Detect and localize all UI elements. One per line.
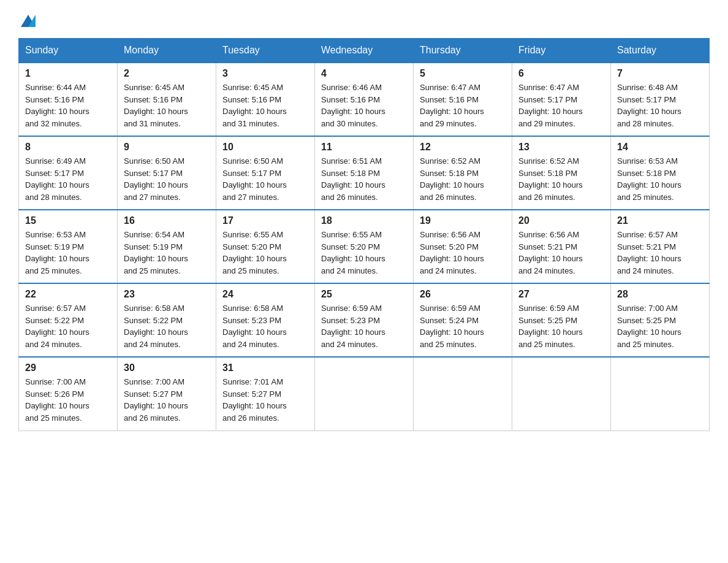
day-info: Sunrise: 6:53 AMSunset: 5:18 PMDaylight:… bbox=[617, 156, 681, 202]
weekday-header-monday: Monday bbox=[118, 39, 216, 63]
day-number: 3 bbox=[222, 68, 308, 79]
calendar-day-cell: 25 Sunrise: 6:59 AMSunset: 5:23 PMDaylig… bbox=[315, 283, 414, 357]
calendar-day-cell: 22 Sunrise: 6:57 AMSunset: 5:22 PMDaylig… bbox=[19, 283, 118, 357]
day-number: 12 bbox=[420, 142, 506, 153]
day-number: 31 bbox=[222, 362, 308, 373]
day-info: Sunrise: 6:51 AMSunset: 5:18 PMDaylight:… bbox=[321, 156, 385, 202]
day-info: Sunrise: 7:00 AMSunset: 5:26 PMDaylight:… bbox=[25, 377, 89, 423]
calendar-week-row: 22 Sunrise: 6:57 AMSunset: 5:22 PMDaylig… bbox=[19, 283, 710, 357]
weekday-header-tuesday: Tuesday bbox=[216, 39, 315, 63]
day-info: Sunrise: 7:00 AMSunset: 5:27 PMDaylight:… bbox=[124, 377, 188, 423]
day-info: Sunrise: 6:52 AMSunset: 5:18 PMDaylight:… bbox=[420, 156, 484, 202]
day-number: 21 bbox=[617, 215, 703, 226]
weekday-header-sunday: Sunday bbox=[19, 39, 118, 63]
calendar-week-row: 8 Sunrise: 6:49 AMSunset: 5:17 PMDayligh… bbox=[19, 136, 710, 210]
calendar-day-cell: 17 Sunrise: 6:55 AMSunset: 5:20 PMDaylig… bbox=[216, 210, 315, 283]
day-info: Sunrise: 6:55 AMSunset: 5:20 PMDaylight:… bbox=[321, 230, 385, 275]
day-info: Sunrise: 6:44 AMSunset: 5:16 PMDaylight:… bbox=[25, 83, 89, 128]
calendar-day-cell: 8 Sunrise: 6:49 AMSunset: 5:17 PMDayligh… bbox=[19, 136, 118, 210]
day-number: 10 bbox=[222, 142, 308, 153]
day-number: 7 bbox=[617, 68, 703, 79]
day-number: 16 bbox=[124, 215, 210, 226]
day-info: Sunrise: 6:56 AMSunset: 5:21 PMDaylight:… bbox=[518, 230, 583, 275]
calendar-day-cell bbox=[414, 357, 512, 431]
calendar-day-cell: 9 Sunrise: 6:50 AMSunset: 5:17 PMDayligh… bbox=[118, 136, 216, 210]
day-info: Sunrise: 6:59 AMSunset: 5:24 PMDaylight:… bbox=[420, 304, 484, 349]
day-number: 9 bbox=[124, 142, 210, 153]
calendar-day-cell: 4 Sunrise: 6:46 AMSunset: 5:16 PMDayligh… bbox=[315, 63, 414, 136]
weekday-header-friday: Friday bbox=[512, 39, 611, 63]
day-info: Sunrise: 6:46 AMSunset: 5:16 PMDaylight:… bbox=[321, 83, 385, 128]
calendar-day-cell: 19 Sunrise: 6:56 AMSunset: 5:20 PMDaylig… bbox=[414, 210, 512, 283]
day-number: 17 bbox=[222, 215, 308, 226]
weekday-header-wednesday: Wednesday bbox=[315, 39, 414, 63]
calendar-day-cell: 30 Sunrise: 7:00 AMSunset: 5:27 PMDaylig… bbox=[118, 357, 216, 431]
day-info: Sunrise: 6:57 AMSunset: 5:22 PMDaylight:… bbox=[25, 304, 89, 349]
calendar-day-cell: 5 Sunrise: 6:47 AMSunset: 5:16 PMDayligh… bbox=[414, 63, 512, 136]
day-number: 4 bbox=[321, 68, 407, 79]
day-number: 18 bbox=[321, 215, 407, 226]
calendar-day-cell: 21 Sunrise: 6:57 AMSunset: 5:21 PMDaylig… bbox=[611, 210, 710, 283]
day-number: 28 bbox=[617, 289, 703, 300]
day-number: 11 bbox=[321, 142, 407, 153]
day-number: 2 bbox=[124, 68, 210, 79]
day-number: 24 bbox=[222, 289, 308, 300]
day-info: Sunrise: 6:54 AMSunset: 5:19 PMDaylight:… bbox=[124, 230, 188, 275]
day-number: 20 bbox=[518, 215, 604, 226]
day-number: 30 bbox=[124, 362, 210, 373]
day-number: 25 bbox=[321, 289, 407, 300]
calendar-day-cell: 28 Sunrise: 7:00 AMSunset: 5:25 PMDaylig… bbox=[611, 283, 710, 357]
day-info: Sunrise: 6:45 AMSunset: 5:16 PMDaylight:… bbox=[222, 83, 287, 128]
weekday-header-thursday: Thursday bbox=[414, 39, 512, 63]
calendar-day-cell: 16 Sunrise: 6:54 AMSunset: 5:19 PMDaylig… bbox=[118, 210, 216, 283]
day-info: Sunrise: 6:45 AMSunset: 5:16 PMDaylight:… bbox=[124, 83, 188, 128]
day-info: Sunrise: 6:53 AMSunset: 5:19 PMDaylight:… bbox=[25, 230, 89, 275]
day-info: Sunrise: 6:49 AMSunset: 5:17 PMDaylight:… bbox=[25, 156, 89, 202]
day-info: Sunrise: 6:52 AMSunset: 5:18 PMDaylight:… bbox=[518, 156, 583, 202]
logo bbox=[18, 12, 37, 27]
calendar-day-cell: 2 Sunrise: 6:45 AMSunset: 5:16 PMDayligh… bbox=[118, 63, 216, 136]
day-number: 1 bbox=[25, 68, 111, 79]
calendar-day-cell: 15 Sunrise: 6:53 AMSunset: 5:19 PMDaylig… bbox=[19, 210, 118, 283]
calendar-day-cell: 12 Sunrise: 6:52 AMSunset: 5:18 PMDaylig… bbox=[414, 136, 512, 210]
calendar-day-cell: 7 Sunrise: 6:48 AMSunset: 5:17 PMDayligh… bbox=[611, 63, 710, 136]
calendar-day-cell: 3 Sunrise: 6:45 AMSunset: 5:16 PMDayligh… bbox=[216, 63, 315, 136]
day-number: 27 bbox=[518, 289, 604, 300]
day-number: 23 bbox=[124, 289, 210, 300]
day-info: Sunrise: 6:57 AMSunset: 5:21 PMDaylight:… bbox=[617, 230, 681, 275]
logo-icon bbox=[20, 12, 37, 29]
day-info: Sunrise: 6:59 AMSunset: 5:23 PMDaylight:… bbox=[321, 304, 385, 349]
calendar-day-cell: 24 Sunrise: 6:58 AMSunset: 5:23 PMDaylig… bbox=[216, 283, 315, 357]
calendar-day-cell: 26 Sunrise: 6:59 AMSunset: 5:24 PMDaylig… bbox=[414, 283, 512, 357]
day-info: Sunrise: 6:58 AMSunset: 5:23 PMDaylight:… bbox=[222, 304, 287, 349]
day-info: Sunrise: 6:55 AMSunset: 5:20 PMDaylight:… bbox=[222, 230, 287, 275]
day-number: 29 bbox=[25, 362, 111, 373]
calendar-week-row: 29 Sunrise: 7:00 AMSunset: 5:26 PMDaylig… bbox=[19, 357, 710, 431]
day-info: Sunrise: 6:50 AMSunset: 5:17 PMDaylight:… bbox=[222, 156, 287, 202]
day-info: Sunrise: 7:00 AMSunset: 5:25 PMDaylight:… bbox=[617, 304, 681, 349]
calendar-day-cell: 1 Sunrise: 6:44 AMSunset: 5:16 PMDayligh… bbox=[19, 63, 118, 136]
calendar-day-cell: 20 Sunrise: 6:56 AMSunset: 5:21 PMDaylig… bbox=[512, 210, 611, 283]
calendar-day-cell: 27 Sunrise: 6:59 AMSunset: 5:25 PMDaylig… bbox=[512, 283, 611, 357]
day-number: 5 bbox=[420, 68, 506, 79]
day-number: 15 bbox=[25, 215, 111, 226]
calendar-day-cell bbox=[611, 357, 710, 431]
calendar-day-cell: 23 Sunrise: 6:58 AMSunset: 5:22 PMDaylig… bbox=[118, 283, 216, 357]
calendar-day-cell bbox=[315, 357, 414, 431]
calendar-day-cell: 14 Sunrise: 6:53 AMSunset: 5:18 PMDaylig… bbox=[611, 136, 710, 210]
weekday-header-row: SundayMondayTuesdayWednesdayThursdayFrid… bbox=[19, 39, 710, 63]
day-number: 14 bbox=[617, 142, 703, 153]
day-info: Sunrise: 6:47 AMSunset: 5:17 PMDaylight:… bbox=[518, 83, 583, 128]
page-header bbox=[18, 12, 710, 27]
day-info: Sunrise: 6:50 AMSunset: 5:17 PMDaylight:… bbox=[124, 156, 188, 202]
calendar-day-cell bbox=[512, 357, 611, 431]
calendar-day-cell: 11 Sunrise: 6:51 AMSunset: 5:18 PMDaylig… bbox=[315, 136, 414, 210]
day-number: 13 bbox=[518, 142, 604, 153]
day-info: Sunrise: 7:01 AMSunset: 5:27 PMDaylight:… bbox=[222, 377, 287, 423]
day-info: Sunrise: 6:59 AMSunset: 5:25 PMDaylight:… bbox=[518, 304, 583, 349]
calendar-table: SundayMondayTuesdayWednesdayThursdayFrid… bbox=[18, 38, 710, 431]
calendar-day-cell: 18 Sunrise: 6:55 AMSunset: 5:20 PMDaylig… bbox=[315, 210, 414, 283]
day-info: Sunrise: 6:58 AMSunset: 5:22 PMDaylight:… bbox=[124, 304, 188, 349]
day-info: Sunrise: 6:56 AMSunset: 5:20 PMDaylight:… bbox=[420, 230, 484, 275]
day-number: 8 bbox=[25, 142, 111, 153]
